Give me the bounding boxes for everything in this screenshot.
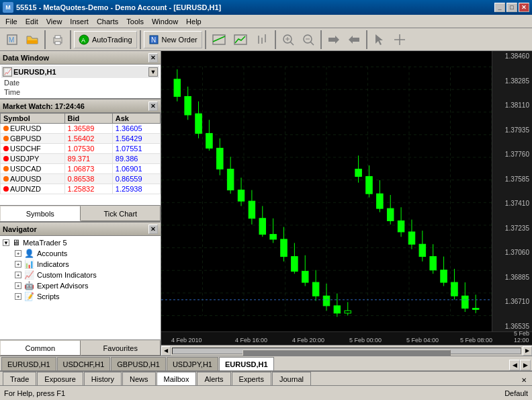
menu-charts[interactable]: Charts [93, 16, 122, 27]
market-watch-close[interactable]: ✕ [148, 102, 158, 111]
scroll-right-button[interactable] [345, 30, 363, 49]
tab-symbols[interactable]: Symbols [0, 206, 81, 221]
market-watch-row[interactable]: USDJPY 89.371 89.386 [1, 154, 161, 164]
zoom-out-button[interactable] [299, 30, 318, 49]
nav-icon: 🖥 [12, 238, 20, 247]
bottom-tab-journal[interactable]: Journal [272, 372, 311, 385]
bottom-tab-trade[interactable]: Trade [3, 372, 36, 385]
print-button[interactable] [48, 30, 67, 49]
chart-tab-4[interactable]: EURUSD,H1 [219, 357, 274, 370]
bottom-tab-history[interactable]: History [84, 372, 122, 385]
market-watch-row[interactable]: EURUSD 1.36589 1.36605 [1, 124, 161, 134]
chart-tab-2[interactable]: GBPUSD,H1 [111, 357, 166, 370]
market-watch-row[interactable]: USDCAD 1.06873 1.06901 [1, 164, 161, 174]
svg-rect-73 [281, 239, 287, 257]
chart-tab-scroll-left[interactable]: ◀ [509, 360, 520, 370]
price-label-9: 1.36885 [492, 274, 532, 281]
col-ask: Ask [112, 114, 160, 124]
nav-expand-icon[interactable]: ▼ [3, 239, 9, 246]
svg-rect-79 [312, 282, 319, 296]
svg-text:M: M [9, 36, 14, 44]
svg-rect-101 [430, 257, 437, 270]
nav-item-custom-indicators[interactable]: + 📈 Custom Indicators [1, 270, 159, 280]
menu-insert[interactable]: Insert [66, 16, 93, 27]
market-watch-row[interactable]: USDCHF 1.07530 1.07551 [1, 144, 161, 154]
scroll-left-arrow[interactable]: ◀ [161, 346, 171, 356]
nav-expand-icon[interactable]: + [15, 272, 21, 278]
svg-rect-5 [55, 36, 60, 38]
svg-rect-59 [206, 133, 213, 148]
chart-area[interactable]: 1.384601.382851.381101.379351.377601.375… [161, 51, 532, 356]
scrollbar-thumb[interactable] [242, 350, 451, 356]
menu-tools[interactable]: Tools [122, 16, 148, 27]
window-title: 55515 - MetaQuotes-Demo - Demo Account -… [16, 3, 221, 11]
price-label-5: 1.37585 [492, 175, 532, 183]
chart-scrollbar[interactable]: ◀ ▶ [161, 345, 532, 356]
nav-item-label: Indicators [37, 260, 69, 268]
market-watch-table: Symbol Bid Ask EURUSD 1.36589 1.36605 GB… [0, 113, 161, 194]
price-label-0: 1.38460 [492, 52, 532, 60]
chart-tab-0[interactable]: EURUSD,H1 [1, 357, 56, 370]
bottom-tab-exposure[interactable]: Exposure [37, 372, 83, 385]
market-watch-row[interactable]: GBPUSD 1.56402 1.56429 [1, 134, 161, 144]
price-label-2: 1.38110 [492, 102, 532, 109]
open-button[interactable] [23, 30, 42, 49]
nav-expand-icon[interactable]: + [15, 282, 21, 289]
svg-line-12 [213, 36, 225, 42]
col-bid: Bid [64, 114, 112, 124]
minimize-button[interactable]: _ [494, 3, 505, 12]
zoom-in-chart-button[interactable] [209, 30, 229, 49]
nav-item-scripts[interactable]: + 📝 Scripts [1, 291, 159, 302]
menu-bar: File Edit View Insert Charts Tools Windo… [0, 15, 532, 28]
nav-expand-icon[interactable]: + [15, 261, 21, 268]
new-chart-button[interactable]: M [3, 30, 21, 49]
crosshair-button[interactable] [390, 30, 409, 49]
market-watch-row[interactable]: AUDUSD 0.86538 0.86559 [1, 174, 161, 184]
nav-expand-icon[interactable]: + [15, 250, 21, 257]
menu-edit[interactable]: Edit [21, 16, 42, 27]
bottom-panel-close[interactable]: ✕ [521, 376, 527, 384]
cursor-button[interactable] [370, 30, 389, 49]
bottom-tab-mailbox[interactable]: Mailbox [157, 372, 197, 385]
tab-tick-chart[interactable]: Tick Chart [81, 206, 161, 221]
chart-tab-1[interactable]: USDCHF,H1 [57, 357, 111, 370]
nav-item-metatrader-5[interactable]: ▼ 🖥 MetaTrader 5 [1, 237, 159, 248]
nav-expand-icon[interactable]: + [15, 293, 21, 300]
scroll-left-button[interactable] [324, 30, 343, 49]
close-button[interactable]: ✕ [519, 3, 529, 12]
chart-tab-3[interactable]: USDJPY,H1 [167, 357, 218, 370]
bottom-tab-news[interactable]: News [122, 372, 156, 385]
navigator-close[interactable]: ✕ [148, 225, 158, 234]
dw-time-value [44, 88, 157, 96]
autotrading-button[interactable]: A AutoTrading [74, 31, 137, 48]
dw-dropdown[interactable]: ▼ [148, 67, 158, 77]
svg-rect-83 [334, 306, 341, 313]
menu-help[interactable]: Help [182, 16, 206, 27]
line-chart-button[interactable] [230, 30, 251, 49]
nav-item-accounts[interactable]: + 👤 Accounts [1, 248, 159, 259]
nav-item-expert-advisors[interactable]: + 🤖 Expert Advisors [1, 280, 159, 291]
menu-view[interactable]: View [42, 16, 66, 27]
nav-tab-favourites[interactable]: Favourites [81, 340, 161, 356]
scroll-right-arrow[interactable]: ▶ [523, 346, 532, 356]
nav-item-indicators[interactable]: + 📊 Indicators [1, 259, 159, 270]
bottom-tab-experts[interactable]: Experts [232, 372, 271, 385]
bottom-tab-alerts[interactable]: Alerts [197, 372, 230, 385]
bar-chart-button[interactable] [252, 30, 272, 49]
new-order-button[interactable]: N New Order [144, 31, 202, 48]
data-window-close[interactable]: ✕ [148, 53, 158, 63]
chart-tab-scroll-right[interactable]: ▶ [520, 360, 531, 370]
svg-marker-27 [349, 36, 353, 44]
svg-rect-67 [249, 201, 255, 218]
menu-window[interactable]: Window [148, 16, 182, 27]
svg-rect-95 [398, 221, 404, 231]
maximize-button[interactable]: □ [506, 3, 517, 12]
nav-tab-common[interactable]: Common [0, 340, 81, 356]
svg-rect-81 [323, 296, 330, 306]
dw-time-row: Time [1, 87, 159, 97]
zoom-in-button[interactable] [279, 30, 298, 49]
menu-file[interactable]: File [1, 16, 21, 27]
market-watch-row[interactable]: AUDNZD 1.25832 1.25938 [1, 184, 161, 194]
scrollbar-track[interactable] [172, 348, 521, 354]
time-label: 5 Feb 00:00 [349, 337, 382, 344]
